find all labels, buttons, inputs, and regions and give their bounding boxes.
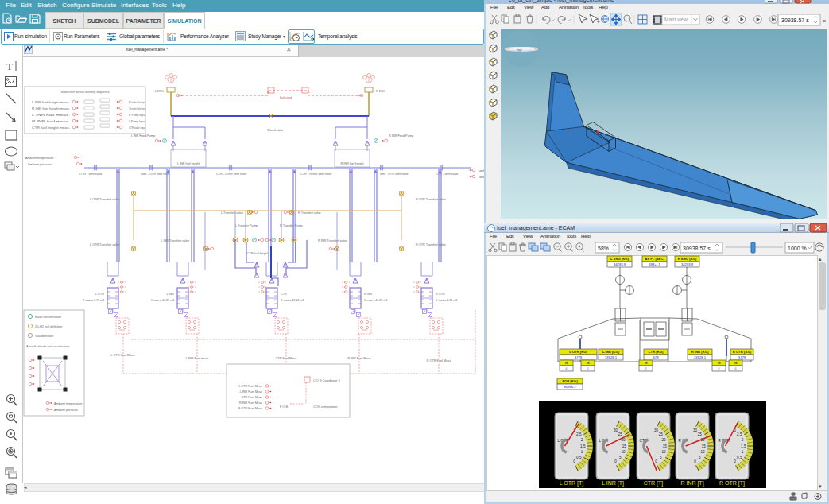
- svg-text:1: 1: [581, 450, 583, 454]
- svg-text:15: 15: [663, 444, 668, 448]
- svg-text:L OTR [T]: L OTR [T]: [560, 480, 584, 487]
- svg-text:5: 5: [619, 456, 622, 459]
- svg-text:2.5: 2.5: [737, 432, 742, 436]
- svg-text:5: 5: [660, 456, 662, 459]
- svg-text:15: 15: [622, 444, 627, 448]
- svg-text:R OTR [T]: R OTR [T]: [719, 480, 745, 487]
- svg-text:0: 0: [573, 459, 575, 463]
- svg-text:2.5: 2.5: [576, 432, 582, 436]
- svg-text:1.5: 1.5: [580, 444, 586, 448]
- svg-text:30: 30: [693, 428, 698, 432]
- svg-text:25: 25: [698, 432, 703, 436]
- svg-text:15: 15: [702, 444, 707, 448]
- svg-text:CTR [T]: CTR [T]: [644, 480, 664, 487]
- svg-text:2: 2: [581, 438, 583, 442]
- svg-text:20: 20: [661, 438, 666, 442]
- svg-text:5: 5: [699, 456, 701, 459]
- svg-text:0: 0: [734, 459, 736, 463]
- svg-text:10: 10: [661, 450, 666, 454]
- svg-text:10: 10: [621, 450, 626, 454]
- svg-text:30: 30: [654, 428, 659, 432]
- svg-text:1.5: 1.5: [741, 444, 746, 448]
- svg-text:10: 10: [700, 450, 705, 454]
- svg-text:30: 30: [614, 428, 618, 432]
- svg-text:25: 25: [659, 432, 664, 436]
- svg-text:L INR [T]: L INR [T]: [602, 480, 624, 487]
- svg-text:0.5: 0.5: [737, 456, 742, 459]
- svg-text:2: 2: [742, 438, 744, 442]
- svg-text:0: 0: [694, 459, 696, 463]
- svg-text:1: 1: [742, 450, 744, 454]
- svg-text:25: 25: [618, 432, 623, 436]
- svg-text:0: 0: [655, 459, 657, 463]
- svg-text:0: 0: [614, 459, 617, 463]
- svg-text:0.5: 0.5: [576, 456, 582, 459]
- svg-text:R INR [T]: R INR [T]: [680, 480, 703, 487]
